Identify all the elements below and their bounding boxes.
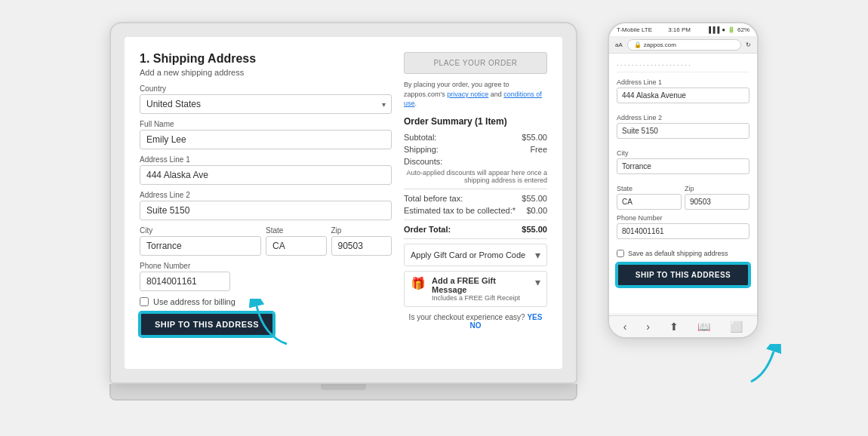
discounts-row: Discounts:: [404, 157, 547, 166]
country-field: Country United States ▾: [140, 84, 392, 114]
billing-checkbox[interactable]: [140, 297, 149, 306]
billing-checkbox-label: Use address for billing: [153, 297, 235, 306]
section-subtitle: Add a new shipping address: [140, 68, 392, 77]
carrier-text: T-Mobile LTE: [617, 26, 652, 33]
city-label: City: [140, 226, 261, 235]
zip-input[interactable]: [331, 236, 392, 256]
tax-label: Total before tax:: [404, 194, 463, 203]
phone-section-header: · · · · · · · · · · · · · · · · · · · ·: [617, 61, 749, 72]
back-icon[interactable]: ‹: [623, 321, 627, 333]
phone-bottom-nav: ‹ › ⬆ 📖 ⬜: [609, 315, 757, 337]
order-divider-2: [404, 220, 547, 220]
zip-field: Zip: [331, 226, 392, 256]
country-select[interactable]: United States: [140, 94, 392, 114]
forward-icon[interactable]: ›: [646, 321, 650, 333]
order-total-label: Order Total:: [404, 225, 451, 234]
address2-field: Address Line 2: [140, 191, 392, 220]
phone-label: Phone Number: [140, 262, 392, 270]
phone-phone-field: Phone Number: [617, 214, 749, 244]
place-order-button[interactable]: PLACE YOUR ORDER: [404, 52, 547, 74]
signal-icon: ▐▐▐: [706, 26, 719, 33]
order-summary-title: Order Summary (1 Item): [404, 116, 547, 127]
phone-default-checkbox[interactable]: [617, 250, 624, 257]
feedback-row: Is your checkout experience easy? YES NO: [404, 313, 547, 330]
phone-phone-input[interactable]: [617, 223, 749, 239]
address1-field: Address Line 1: [140, 155, 392, 185]
phone-state-label: State: [617, 185, 682, 192]
phone-city-field: City: [617, 149, 749, 179]
gift-card-row[interactable]: Apply Gift Card or Promo Code ▾: [404, 244, 547, 266]
phone-default-checkbox-label: Save as default shipping address: [628, 250, 728, 257]
phone-zip-label: Zip: [685, 185, 749, 192]
arrow-indicator: [249, 299, 294, 354]
discounts-label: Discounts:: [404, 157, 442, 166]
phone-address-bar: aA 🔒 zappos.com ↻: [609, 37, 757, 54]
gift-message-sub: Includes a FREE Gift Receipt: [432, 294, 529, 302]
chevron-down-icon: ▾: [535, 249, 540, 261]
aa-label[interactable]: aA: [615, 41, 623, 48]
tax-row: Total before tax: $55.00: [404, 194, 547, 203]
battery-icon: 🔋: [728, 26, 735, 33]
tax-value: $55.00: [522, 194, 547, 203]
phone-city-label: City: [617, 149, 749, 157]
laptop-device: 1. Shipping Address Add a new shipping a…: [109, 22, 577, 414]
order-divider: [404, 189, 547, 189]
fullname-input[interactable]: [140, 130, 392, 149]
city-state-zip-row: City State Zip: [140, 226, 392, 262]
phone-state-input[interactable]: [617, 194, 682, 210]
phone-state-field: State: [617, 185, 682, 214]
state-input[interactable]: [266, 236, 327, 256]
phone-address2-field: Address Line 2: [617, 114, 749, 143]
address2-label: Address Line 2: [140, 191, 392, 199]
arrow-svg: [249, 299, 294, 352]
gift-message-row[interactable]: 🎁 Add a FREE Gift Message Includes a FRE…: [404, 271, 547, 307]
phone-address1-field: Address Line 1: [617, 78, 749, 108]
tabs-icon[interactable]: ⬜: [730, 321, 743, 333]
shipping-row: Shipping: Free: [404, 145, 547, 154]
refresh-icon[interactable]: ↻: [746, 41, 751, 48]
gift-icon: 🎁: [411, 276, 426, 290]
subtotal-row: Subtotal: $55.00: [404, 133, 547, 142]
url-bar[interactable]: 🔒 zappos.com: [627, 39, 741, 51]
state-label: State: [266, 226, 327, 235]
state-field: State: [266, 226, 327, 256]
order-divider-3: [404, 238, 547, 239]
phone-ship-to-address-button[interactable]: SHIP TO THIS ADDRESS: [617, 263, 749, 287]
feedback-yes-link[interactable]: YES: [527, 313, 542, 321]
phone-city-input[interactable]: [617, 158, 749, 174]
order-notice: By placing your order, you agree to zapp…: [404, 80, 547, 109]
feedback-text: Is your checkout experience easy?: [409, 313, 525, 321]
phone-default-checkbox-row: Save as default shipping address: [617, 250, 749, 257]
order-total-row: Order Total: $55.00: [404, 225, 547, 234]
wifi-icon: ●: [722, 26, 725, 33]
phone-state-zip-row: State Zip: [617, 185, 749, 214]
order-notice-and: and: [491, 91, 504, 98]
fullname-field: Full Name: [140, 120, 392, 149]
laptop-body: 1. Shipping Address Add a new shipping a…: [109, 22, 577, 384]
feedback-no-link[interactable]: NO: [470, 321, 482, 330]
battery-pct: 62%: [737, 26, 749, 33]
phone-body: T-Mobile LTE 3:16 PM ▐▐▐ ● 🔋 62% aA 🔒 za…: [608, 22, 759, 339]
laptop-notch: [321, 384, 366, 390]
lock-icon: 🔒: [634, 41, 642, 48]
order-total-value: $55.00: [522, 225, 547, 234]
fullname-label: Full Name: [140, 120, 392, 128]
country-label: Country: [140, 84, 392, 93]
discounts-note: Auto-applied discounts will appear here …: [404, 169, 547, 184]
phone-status-bar: T-Mobile LTE 3:16 PM ▐▐▐ ● 🔋 62%: [609, 23, 757, 37]
gift-text: Add a FREE Gift Message Includes a FREE …: [432, 276, 529, 302]
phone-address2-input[interactable]: [617, 123, 749, 139]
address1-input[interactable]: [140, 165, 392, 185]
gift-message-label: Add a FREE Gift Message: [432, 276, 529, 294]
privacy-notice-link[interactable]: privacy notice: [447, 91, 488, 98]
city-input[interactable]: [140, 236, 261, 256]
phone-address1-input[interactable]: [617, 88, 749, 103]
phone-zip-input[interactable]: [685, 194, 749, 210]
shipping-label: Shipping:: [404, 145, 439, 154]
bookmarks-icon[interactable]: 📖: [697, 321, 710, 333]
address2-input[interactable]: [140, 201, 392, 220]
phone-input[interactable]: [140, 272, 230, 291]
phone-field: Phone Number: [140, 262, 392, 291]
phone-device: T-Mobile LTE 3:16 PM ▐▐▐ ● 🔋 62% aA 🔒 za…: [608, 22, 759, 414]
share-icon[interactable]: ⬆: [669, 321, 679, 333]
